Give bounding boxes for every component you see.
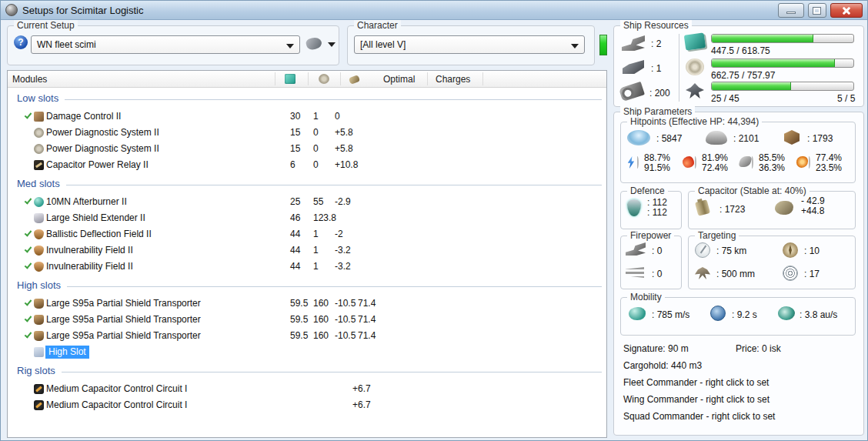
missile-dps-icon bbox=[626, 267, 644, 278]
capacitor-amount-value: : 1723 bbox=[719, 204, 745, 215]
capacitor-label: Capacitor (Stable at: 40%) bbox=[695, 185, 810, 196]
modules-column-header[interactable]: Modules bbox=[12, 74, 47, 85]
drone-bandwidth-icon bbox=[686, 83, 704, 99]
warp-speed-value: : 3.8 au/s bbox=[800, 309, 837, 320]
launcher-hardpoints-icon bbox=[623, 60, 644, 74]
module-icon bbox=[34, 400, 44, 410]
drone-bandwidth-bar bbox=[711, 82, 854, 91]
section-header-rig-slots: Rig slots bbox=[8, 360, 606, 381]
capacitor-recharge-icon bbox=[775, 201, 793, 215]
explosive-resist-icon bbox=[796, 156, 808, 168]
fleet-commander-setter[interactable]: Fleet Commander - right click to set bbox=[623, 377, 769, 388]
align-time-value: : 9.2 s bbox=[732, 309, 757, 320]
module-row[interactable]: Medium Capacitor Control Circuit I +6.7 bbox=[8, 381, 606, 397]
targeting-box: Targeting : 75 km : 10 : 500 mm : 17 bbox=[688, 236, 856, 289]
module-icon bbox=[34, 229, 44, 239]
modules-table: Modules Optimal Charges Low slots Damage… bbox=[7, 70, 607, 438]
app-icon bbox=[5, 4, 18, 16]
current-setup-label: Current Setup bbox=[14, 20, 78, 31]
module-row[interactable]: Power Diagnostic System II 15 0 +5.8 bbox=[8, 125, 606, 141]
module-row[interactable]: Capacitor Power Relay II 6 0 +10.8 bbox=[8, 157, 606, 173]
maximize-button[interactable] bbox=[808, 3, 826, 18]
mobility-label: Mobility bbox=[627, 292, 665, 302]
drone-bandwidth-value: 25 / 45 bbox=[711, 93, 739, 104]
hull-hp-icon bbox=[784, 130, 800, 145]
minimize-button[interactable] bbox=[778, 3, 804, 18]
price: Price: 0 isk bbox=[736, 343, 781, 354]
defence-label: Defence bbox=[627, 185, 668, 196]
module-icon bbox=[34, 144, 44, 154]
eft-window: Setups for Scimitar Logistic Current Set… bbox=[0, 0, 868, 441]
module-row[interactable]: Invulnerability Field II 44 1 -3.2 bbox=[8, 259, 606, 275]
module-icon bbox=[34, 262, 44, 272]
armor-hp-value: : 2101 bbox=[733, 133, 759, 144]
module-row-empty-high-slot[interactable]: High Slot bbox=[8, 344, 606, 360]
turret-hardpoints-value: : 2 bbox=[651, 38, 661, 49]
setup-combobox-value: WN fleet scimi bbox=[37, 39, 96, 50]
charges-column-header[interactable]: Charges bbox=[436, 74, 470, 85]
module-row[interactable]: Large S95a Partial Shield Transporter 59… bbox=[8, 328, 606, 344]
thermal-resist-icon bbox=[683, 156, 694, 168]
kinetic-resist-icon bbox=[739, 156, 753, 167]
module-row[interactable]: 10MN Afterburner II 25 55 -2.9 bbox=[8, 194, 606, 210]
character-combobox-value: [All level V] bbox=[360, 39, 406, 50]
max-velocity-icon bbox=[629, 307, 646, 320]
fitted-check-icon bbox=[25, 261, 32, 269]
module-row[interactable]: Ballistic Deflection Field II 44 1 -2 bbox=[8, 226, 606, 242]
wing-commander-setter[interactable]: Wing Commander - right click to set bbox=[623, 394, 770, 405]
current-setup-group: Current Setup ? WN fleet scimi bbox=[7, 25, 339, 65]
turret-dps-value: : 0 bbox=[652, 246, 662, 256]
fitted-check-icon bbox=[25, 229, 32, 236]
fitted-check-icon bbox=[25, 245, 32, 252]
module-row[interactable]: Large Shield Extender II 46 123.8 bbox=[8, 210, 606, 226]
module-row[interactable]: Medium Capacitor Control Circuit I +6.7 bbox=[8, 397, 606, 413]
cpu-icon[interactable] bbox=[285, 74, 295, 84]
capacitor-icon[interactable] bbox=[349, 75, 360, 85]
hull-hp-value: : 1793 bbox=[807, 133, 833, 144]
ship-resources-label: Ship Resources bbox=[620, 20, 692, 31]
hitpoints-label: Hitpoints (Effective HP: 44,394) bbox=[627, 116, 762, 127]
fitted-check-icon bbox=[25, 111, 32, 119]
chevron-down-icon bbox=[286, 44, 294, 48]
module-row[interactable]: Invulnerability Field II 44 1 -3.2 bbox=[8, 242, 606, 259]
character-combobox[interactable]: [All level V] bbox=[354, 35, 585, 54]
cargohold: Cargohold: 440 m3 bbox=[623, 360, 702, 371]
signature-radius: Signature: 90 m bbox=[623, 343, 689, 354]
ship-icon bbox=[305, 36, 322, 52]
targeting-range-icon bbox=[695, 242, 710, 258]
firepower-box: Firepower : 0 : 0 bbox=[620, 236, 682, 289]
capacitor-box: Capacitor (Stable at: 40%) : 1723 - 42.9… bbox=[688, 191, 856, 229]
fitted-check-icon bbox=[25, 196, 32, 204]
ship-resources-panel: Ship Resources : 2 : 1 : 200 447.5 / 618… bbox=[613, 25, 864, 107]
shield-hp-value: : 5847 bbox=[656, 133, 682, 144]
module-icon bbox=[34, 128, 44, 138]
close-button[interactable] bbox=[830, 3, 863, 18]
module-row[interactable]: Power Diagnostic System II 15 0 +5.8 bbox=[8, 141, 606, 157]
setup-menu-arrow-icon[interactable] bbox=[328, 42, 336, 47]
defence-box: Defence : 112 : 112 bbox=[620, 191, 682, 229]
window-title: Setups for Scimitar Logistic bbox=[22, 5, 144, 16]
setup-combobox[interactable]: WN fleet scimi bbox=[31, 35, 300, 54]
firepower-label: Firepower bbox=[627, 230, 674, 241]
powergrid-icon[interactable] bbox=[319, 74, 329, 84]
module-row[interactable]: Large S95a Partial Shield Transporter 59… bbox=[8, 312, 606, 328]
kinetic-resist-values: 85.5% 36.3% bbox=[759, 153, 785, 173]
missile-dps-value: : 0 bbox=[652, 269, 662, 279]
section-header-med-slots: Med slots bbox=[8, 173, 606, 194]
fitted-check-icon bbox=[25, 298, 32, 306]
character-label: Character bbox=[354, 20, 401, 31]
help-icon[interactable]: ? bbox=[14, 35, 28, 49]
module-icon bbox=[34, 299, 44, 309]
shield-hp-icon bbox=[627, 130, 650, 145]
module-row[interactable]: Large S95a Partial Shield Transporter 59… bbox=[8, 296, 606, 312]
squad-commander-setter[interactable]: Squad Commander - right click to set bbox=[623, 411, 775, 422]
em-resist-values: 88.7% 91.5% bbox=[644, 153, 670, 173]
ship-parameters-label: Ship Parameters bbox=[620, 106, 695, 117]
chevron-down-icon bbox=[571, 44, 579, 48]
empty-slot-icon bbox=[34, 347, 44, 357]
align-time-icon bbox=[710, 306, 726, 321]
warp-speed-icon bbox=[778, 306, 795, 320]
module-row[interactable]: Damage Control II 30 1 0 bbox=[8, 109, 606, 125]
optimal-column-header[interactable]: Optimal bbox=[383, 74, 415, 85]
module-icon bbox=[34, 246, 44, 256]
